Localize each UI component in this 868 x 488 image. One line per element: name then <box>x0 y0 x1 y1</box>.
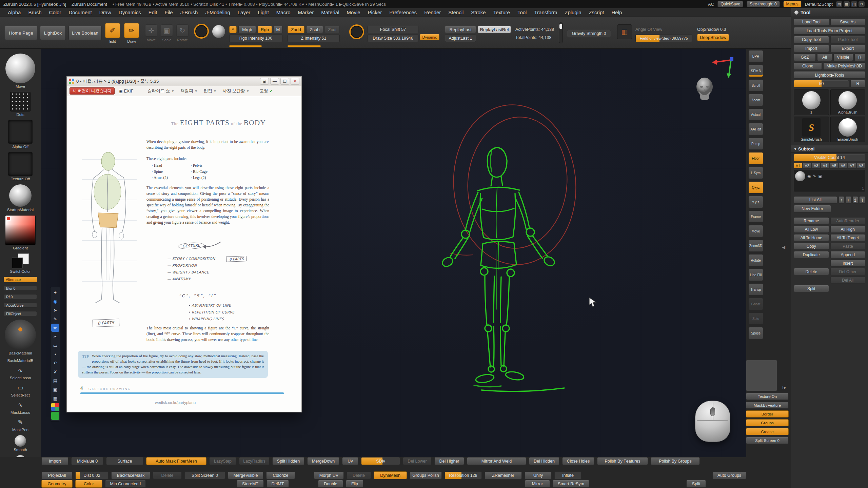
panels-icon[interactable]: ◫ <box>851 1 857 7</box>
replay-last-button[interactable]: ReplayLast <box>445 26 476 33</box>
maximize-button[interactable]: ☐ <box>280 78 289 85</box>
menu-item[interactable]: Light <box>254 8 273 17</box>
adjust-last-slider[interactable]: AdjustLast 1 <box>445 35 476 42</box>
render-icon[interactable]: ▣ <box>818 174 822 179</box>
rf-slider[interactable]: Rf 0 <box>4 294 37 299</box>
eye-icon[interactable]: ◉ <box>51 297 59 305</box>
pin-button[interactable]: 고정✔ <box>258 87 274 95</box>
goz-button[interactable]: GoZ <box>794 54 816 61</box>
spix-slider[interactable]: SPix 3 <box>748 65 763 77</box>
menus-button[interactable]: Menus <box>783 1 802 7</box>
floor-button[interactable]: Floor <box>748 152 763 164</box>
minimize-button[interactable]: — <box>270 78 279 85</box>
draw-mode-button[interactable]: ✏ <box>124 23 139 38</box>
layers-icon[interactable]: ▦ <box>51 394 59 402</box>
subtool-section-header[interactable]: ▾ Subtool <box>791 145 868 152</box>
move-bottom-button[interactable]: ↧ <box>859 196 865 204</box>
quicksave-button[interactable]: QuickSave <box>717 1 743 7</box>
move-top-button[interactable]: ↥ <box>852 196 859 204</box>
z-intensity-slider[interactable]: Z Intensity 51 <box>288 35 340 42</box>
move-mode-button[interactable]: ✛ <box>145 24 157 37</box>
delete-uv-button[interactable]: Delete <box>347 471 371 479</box>
delmt-button[interactable]: DelMT <box>267 480 289 488</box>
del-other-button[interactable]: Del Other <box>830 268 866 275</box>
uv-button[interactable]: Uv <box>342 457 358 465</box>
subtool-tab-v4[interactable]: V4 <box>821 163 829 168</box>
rename-button[interactable]: Rename <box>794 217 829 224</box>
frame-button[interactable]: Frame <box>748 210 763 223</box>
texture-off-thumb[interactable]: Texture Off <box>8 152 33 181</box>
dot-icon[interactable]: • <box>51 350 59 358</box>
perspective-icon[interactable]: ▦ <box>617 24 632 39</box>
gizmo-move-thumb[interactable]: Move <box>5 54 35 88</box>
geometry-tab[interactable]: Geometry <box>41 480 73 488</box>
zscript-label[interactable]: DefaultZScript <box>805 2 833 7</box>
goz-visible-button[interactable]: Visible <box>833 54 853 61</box>
viewer-titlebar[interactable]: 0 - 비율, 리듬 > 1 (9).jpg [1/20] - 꿀뷰 5.35 … <box>67 77 301 86</box>
mirror-button[interactable]: Mirror <box>525 480 550 488</box>
rgb-button[interactable]: Rgb <box>258 26 272 33</box>
image-icon[interactable]: ▣ <box>51 385 59 393</box>
resolution-slider[interactable]: Resolution 128 <box>445 471 482 479</box>
crease-button[interactable]: Crease <box>746 428 789 435</box>
move-up-button[interactable]: ↑ <box>839 196 845 204</box>
line-fill-button[interactable]: Line Fill <box>748 269 763 281</box>
del-higher-button[interactable]: Del Higher <box>434 457 464 465</box>
menu-item[interactable]: Edit <box>145 8 161 17</box>
close-holes-button[interactable]: Close Holes <box>562 457 594 465</box>
menu-item[interactable]: Material <box>317 8 343 17</box>
draw-size-slider[interactable]: Draw Size 533.19946 <box>368 35 418 42</box>
menu-item[interactable]: Brush <box>24 8 45 17</box>
close-button[interactable]: ✕ <box>291 78 299 85</box>
delete-button[interactable]: Delete <box>794 268 829 275</box>
goz-all-button[interactable]: All <box>817 54 832 61</box>
mask-lasso[interactable]: ∿ MaskLasso <box>11 401 30 414</box>
select-rect[interactable]: ▭ SelectRect <box>11 383 30 397</box>
visible-count-slider[interactable]: Visible Count 14 <box>794 154 865 161</box>
split-mesh-button[interactable]: Split <box>686 480 706 488</box>
import-button[interactable]: Import <box>41 457 68 465</box>
menu-item[interactable]: Document <box>65 8 95 17</box>
alternate-button[interactable]: Alternate <box>4 277 37 282</box>
lazystep-slider[interactable]: LazyStep <box>209 457 236 465</box>
copy-tool-button[interactable]: Copy Tool <box>794 36 829 43</box>
see-through-slider[interactable]: See-through: 0 <box>747 1 780 7</box>
mask-by-feature-button[interactable]: MaskByFeature <box>746 402 789 409</box>
highlight-icon[interactable]: ✦ <box>51 288 59 297</box>
zoom-button[interactable]: Zoom <box>748 94 763 106</box>
sync-icon[interactable]: ↻ <box>859 1 865 7</box>
palette-icon[interactable] <box>51 403 59 411</box>
doc-icon[interactable]: ▤ <box>836 1 842 7</box>
alphabrush-thumb[interactable]: AlphaBrush <box>830 89 866 115</box>
viewer-menu-button[interactable]: 편집▼ <box>202 87 218 95</box>
new-folder-button[interactable]: New Folder <box>794 205 831 212</box>
menu-item[interactable]: Picker <box>364 8 386 17</box>
menu-item[interactable]: Dynamics <box>115 8 145 17</box>
scroll-button[interactable]: Scroll <box>748 79 763 92</box>
min-connected-slider[interactable]: Min Connected I <box>105 480 146 488</box>
smart-resym-button[interactable]: Smart ReSym <box>553 480 589 488</box>
stroke-dots-thumb[interactable]: Dots <box>10 92 31 117</box>
ghost-button[interactable]: Ghost <box>748 298 763 310</box>
viewer-menu-button[interactable]: 책갈피▼ <box>179 87 199 95</box>
menu-item[interactable]: Layer <box>234 8 254 17</box>
sculpt-icon[interactable]: ✎ <box>813 174 816 179</box>
qxyz-button[interactable]: Qxyz <box>748 181 763 194</box>
lightbox-button[interactable]: LightBox <box>40 26 66 40</box>
viewer-menu-button[interactable]: 슬라이드 쇼▼ <box>146 87 176 95</box>
lightbox-tools-button[interactable]: Lightbox▶Tools <box>794 71 865 79</box>
zoom3d-button[interactable]: Zoom3D <box>748 240 763 252</box>
lazyradius-slider[interactable]: LazyRadius <box>239 457 270 465</box>
zcut-button[interactable]: Zcut <box>325 26 340 33</box>
image-viewer-window[interactable]: 0 - 비율, 리듬 > 1 (9).jpg [1/20] - 꿀뷰 5.35 … <box>66 76 302 412</box>
export-tool-button[interactable]: Export <box>830 45 866 52</box>
eraserbrush-thumb[interactable]: EraserBrush <box>830 117 866 142</box>
double-button[interactable]: Double <box>318 480 343 488</box>
rotate-mode-button[interactable]: ↻ <box>176 24 189 37</box>
menu-item[interactable]: File <box>161 8 177 17</box>
basic-material-thumb[interactable]: BasicMaterial <box>5 320 36 355</box>
goz-r-button[interactable]: R <box>854 54 865 61</box>
menu-item[interactable]: Zscript <box>585 8 608 17</box>
actual-button[interactable]: Actual <box>748 108 763 121</box>
subtool-tab-v3[interactable]: V3 <box>812 163 820 168</box>
